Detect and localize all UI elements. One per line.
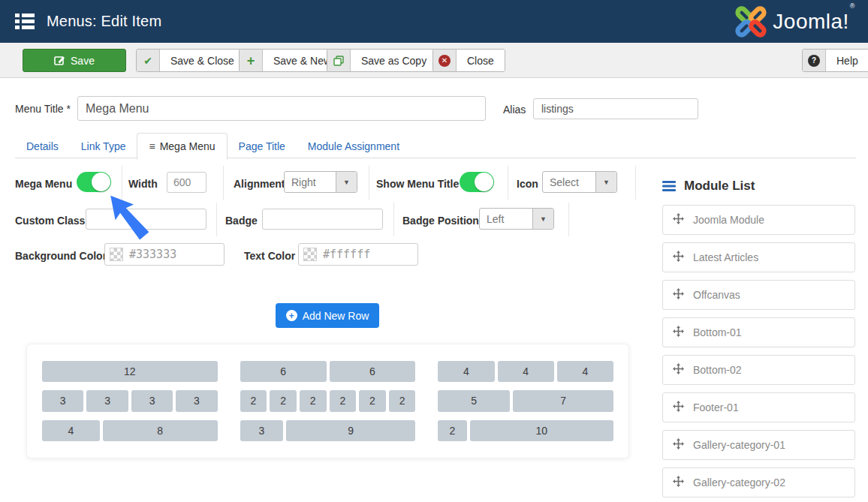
icon-label: Icon: [517, 178, 538, 190]
menu-title-label: Menu Title *: [15, 103, 71, 115]
chevron-down-icon: ▼: [595, 172, 616, 192]
show-menu-title-toggle[interactable]: [460, 172, 494, 192]
grid-preset-row: 444: [438, 361, 613, 382]
move-icon: [673, 326, 684, 340]
grid-block[interactable]: 4: [498, 361, 554, 382]
tab-mega-menu[interactable]: ≡Mega Menu: [137, 133, 227, 160]
custom-class-label: Custom Class: [15, 215, 85, 227]
grid-block[interactable]: 7: [513, 390, 613, 411]
save-button[interactable]: Save: [23, 49, 126, 72]
copy-icon: [327, 50, 351, 71]
module-item[interactable]: Offcanvas: [662, 280, 855, 310]
pencil-square-icon: [54, 50, 71, 71]
badge-input[interactable]: [262, 209, 383, 230]
menu-title-input[interactable]: [77, 96, 486, 121]
grid-column: 44457210: [438, 361, 613, 441]
grid-block[interactable]: 9: [286, 420, 415, 441]
close-button[interactable]: ✕ Close: [432, 49, 505, 72]
grid-block[interactable]: 3: [131, 390, 173, 411]
grid-block[interactable]: 4: [42, 420, 100, 441]
grid-block[interactable]: 6: [240, 361, 327, 382]
text-color-input[interactable]: [298, 243, 418, 266]
grid-block[interactable]: 2: [300, 390, 327, 411]
module-item[interactable]: Latest Articles: [662, 242, 855, 272]
divider: [635, 166, 636, 200]
alignment-label: Alignment: [234, 178, 285, 190]
move-icon: [673, 213, 684, 227]
move-icon: [673, 288, 684, 302]
grid-block[interactable]: 6: [330, 361, 416, 382]
grid-block[interactable]: 8: [103, 420, 218, 441]
grid-block[interactable]: 10: [470, 420, 613, 441]
close-icon: ✕: [433, 50, 457, 71]
custom-class-input[interactable]: [86, 209, 206, 230]
grid-block[interactable]: 3: [86, 390, 128, 411]
move-icon: [673, 401, 684, 415]
module-item[interactable]: Gallery-category-01: [662, 430, 855, 460]
grid-block[interactable]: 4: [438, 361, 494, 382]
grid-block[interactable]: 5: [438, 390, 510, 411]
icon-select[interactable]: Select ▼: [542, 171, 617, 193]
add-new-row-button[interactable]: + Add New Row: [276, 303, 379, 328]
divider: [568, 203, 569, 236]
grid-block[interactable]: 2: [330, 390, 357, 411]
module-item[interactable]: Gallery-category-02: [662, 467, 855, 497]
grid-block[interactable]: 3: [176, 390, 217, 411]
grid-block[interactable]: 2: [438, 420, 466, 441]
badge-position-label: Badge Position: [402, 215, 479, 227]
show-menu-title-label: Show Menu Title: [376, 178, 459, 190]
module-item[interactable]: Footer-01: [662, 392, 855, 422]
tab-link-type[interactable]: Link Type: [70, 134, 137, 159]
grid-block[interactable]: 2: [359, 390, 386, 411]
badge-label: Badge: [225, 215, 258, 227]
alias-label: Alias: [503, 104, 526, 116]
grid-block[interactable]: 4: [557, 361, 613, 382]
text-color-field[interactable]: [323, 248, 411, 261]
help-button[interactable]: ? Help: [802, 49, 868, 72]
move-icon: [673, 251, 684, 265]
tab-details[interactable]: Details: [15, 134, 70, 159]
grid-preset-row: 222222: [240, 390, 416, 411]
plus-circle-icon: +: [286, 310, 297, 321]
transparency-swatch-icon: [110, 248, 123, 261]
divider: [508, 166, 508, 200]
grid-block[interactable]: 2: [270, 390, 297, 411]
joomla-emblem-icon: [735, 6, 767, 38]
move-icon: [673, 476, 684, 490]
mega-menu-label: Mega Menu: [15, 178, 72, 190]
grid-block[interactable]: 2: [389, 390, 416, 411]
alias-input[interactable]: [533, 98, 698, 119]
save-close-button[interactable]: ✔ Save & Close: [136, 49, 246, 72]
menu-list-icon[interactable]: [15, 14, 35, 29]
module-list-header: Module List: [662, 179, 755, 194]
grid-block[interactable]: 3: [240, 420, 283, 441]
background-color-input[interactable]: [104, 243, 225, 266]
tab-module-assignment[interactable]: Module Assignment: [297, 134, 411, 159]
width-input[interactable]: [167, 172, 206, 193]
background-color-field[interactable]: [129, 248, 218, 261]
grid-preset-row: 39: [240, 420, 416, 441]
grid-preset-row: 12: [42, 361, 218, 382]
background-color-label: Background Color: [15, 250, 107, 262]
grid-preset-row: 210: [438, 420, 613, 441]
question-icon: ?: [803, 50, 826, 71]
save-copy-button[interactable]: Save as Copy: [327, 49, 438, 72]
alignment-select[interactable]: Right ▼: [284, 171, 357, 193]
module-item[interactable]: Joomla Module: [662, 205, 855, 235]
chevron-down-icon: ▼: [336, 172, 357, 192]
grid-preset-row: 48: [42, 420, 218, 441]
grid-block[interactable]: 3: [42, 390, 83, 411]
divider: [369, 166, 369, 200]
grid-block[interactable]: 12: [42, 361, 218, 382]
toggle-knob: [92, 173, 110, 191]
mega-menu-toggle[interactable]: [77, 172, 111, 192]
list-icon: [662, 181, 676, 191]
grid-preset-row: 66: [240, 361, 416, 382]
text-color-label: Text Color: [244, 250, 295, 262]
module-item[interactable]: Bottom-01: [662, 317, 855, 347]
tab-page-title[interactable]: Page Title: [228, 134, 297, 159]
module-item[interactable]: Bottom-02: [662, 355, 855, 385]
transparency-swatch-icon: [303, 248, 317, 261]
badge-position-select[interactable]: Left ▼: [479, 208, 554, 230]
grid-block[interactable]: 2: [240, 390, 267, 411]
